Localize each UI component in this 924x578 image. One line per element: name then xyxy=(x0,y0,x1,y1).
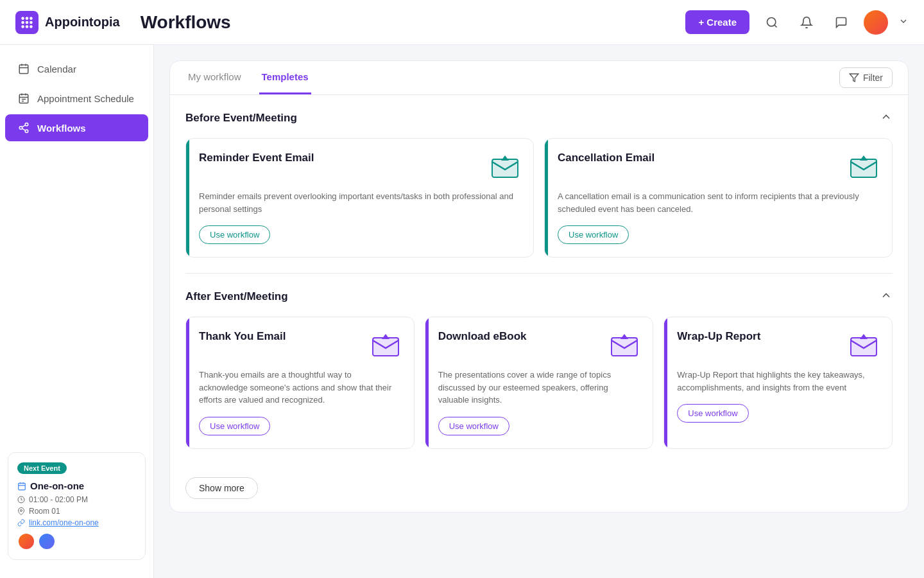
chevron-down-icon xyxy=(898,16,909,26)
next-event-title: One-on-one xyxy=(17,480,136,491)
sidebar-item-appointment-schedule[interactable]: Appointment Schedule xyxy=(5,85,148,112)
before-event-section: Before Event/Meeting Reminder Event Emai… xyxy=(170,95,908,273)
workflows-icon xyxy=(18,122,30,134)
after-event-cards: Thank You Email Thank-you emails are a t… xyxy=(185,317,893,449)
svg-rect-26 xyxy=(19,483,26,490)
card-header: Cancellation Email xyxy=(558,152,879,182)
notifications-button[interactable] xyxy=(794,10,819,35)
tab-my-workflow[interactable]: My workflow xyxy=(185,61,244,94)
email-icon xyxy=(609,330,640,361)
calendar-icon xyxy=(18,63,30,74)
svg-point-7 xyxy=(26,25,29,28)
wrap-up-report-card: Wrap-Up Report Wrap-Up Report that highl… xyxy=(663,317,893,449)
logo-icon xyxy=(15,11,38,34)
search-button[interactable] xyxy=(760,10,784,35)
main-content: My workflow Templetes Filter Before Even… xyxy=(154,45,924,578)
appointment-icon xyxy=(18,92,30,104)
after-event-section: After Event/Meeting Thank You Email xyxy=(170,274,908,464)
attendee-avatar-2 xyxy=(38,532,56,550)
svg-marker-47 xyxy=(860,334,868,339)
next-event-badge: Next Event xyxy=(17,462,67,474)
cancellation-email-card: Cancellation Email A cancellation email … xyxy=(544,138,893,258)
sidebar: Calendar Appointment Schedule Workflows … xyxy=(0,45,154,578)
svg-marker-32 xyxy=(850,74,858,82)
chat-icon xyxy=(835,16,848,29)
location-icon xyxy=(17,507,25,515)
card-description: Thank-you emails are a thoughtful way to… xyxy=(199,369,401,407)
calendar-dot-icon xyxy=(17,482,26,491)
card-header: Thank You Email xyxy=(199,330,401,361)
email-icon xyxy=(370,330,401,361)
tab-templates[interactable]: Templetes xyxy=(259,61,311,94)
svg-point-0 xyxy=(21,17,24,20)
before-event-cards: Reminder Event Email Reminder emails pre… xyxy=(185,138,893,258)
svg-point-6 xyxy=(21,25,24,28)
show-more-button[interactable]: Show more xyxy=(185,477,258,499)
bell-icon xyxy=(800,16,813,29)
card-title: Cancellation Email xyxy=(558,152,654,164)
card-description: Wrap-Up Report that highlights the key t… xyxy=(677,369,879,394)
before-event-collapse-button[interactable] xyxy=(880,110,893,125)
chevron-up-icon xyxy=(880,289,893,302)
use-workflow-button[interactable]: Use workflow xyxy=(438,417,509,435)
card-title: Reminder Event Email xyxy=(199,152,314,164)
card-description: A cancellation email is a communication … xyxy=(558,190,879,215)
use-workflow-button[interactable]: Use workflow xyxy=(199,225,270,244)
card-header: Wrap-Up Report xyxy=(677,330,879,361)
after-event-collapse-button[interactable] xyxy=(880,289,893,304)
avatar[interactable] xyxy=(864,10,888,35)
card-header: Download eBook xyxy=(438,330,640,361)
sidebar-item-calendar[interactable]: Calendar xyxy=(5,55,148,82)
use-workflow-button[interactable]: Use workflow xyxy=(199,417,270,435)
svg-point-1 xyxy=(26,17,29,20)
svg-point-31 xyxy=(21,510,22,512)
svg-point-4 xyxy=(26,21,29,24)
svg-marker-41 xyxy=(382,334,389,339)
sidebar-item-label: Workflows xyxy=(37,123,86,134)
before-event-title: Before Event/Meeting xyxy=(185,112,297,125)
sidebar-item-workflows[interactable]: Workflows xyxy=(5,114,148,141)
svg-marker-38 xyxy=(860,155,868,161)
logo: Appointopia xyxy=(15,11,120,34)
user-menu-button[interactable] xyxy=(898,16,909,28)
svg-point-5 xyxy=(30,21,33,24)
before-event-header: Before Event/Meeting xyxy=(185,110,893,125)
svg-rect-33 xyxy=(492,159,518,177)
filter-icon xyxy=(849,73,859,83)
svg-point-8 xyxy=(30,25,33,28)
link-icon xyxy=(17,519,25,527)
svg-marker-35 xyxy=(501,155,509,161)
reminder-email-card: Reminder Event Email Reminder emails pre… xyxy=(185,138,534,258)
email-icon xyxy=(848,152,879,182)
svg-point-21 xyxy=(25,123,28,127)
svg-line-25 xyxy=(22,125,25,127)
use-workflow-button[interactable]: Use workflow xyxy=(558,225,629,244)
card-header: Reminder Event Email xyxy=(199,152,520,182)
filter-button[interactable]: Filter xyxy=(839,67,893,88)
svg-rect-36 xyxy=(851,159,877,177)
header: Appointopia Workflows + Create xyxy=(0,0,924,45)
event-link[interactable]: link.com/one-on-one xyxy=(17,518,136,527)
content-card: My workflow Templetes Filter Before Even… xyxy=(169,60,909,512)
svg-rect-42 xyxy=(612,338,637,356)
after-event-title: After Event/Meeting xyxy=(185,290,288,303)
attendee-avatar-1 xyxy=(17,532,35,550)
event-room: Room 01 xyxy=(17,507,136,516)
event-time: 01:00 - 02:00 PM xyxy=(17,495,136,504)
svg-point-2 xyxy=(30,17,33,20)
svg-point-9 xyxy=(767,17,776,26)
messages-button[interactable] xyxy=(829,10,853,35)
next-event-card: Next Event One-on-one 01:00 - 02:00 PM R… xyxy=(8,452,146,560)
download-ebook-card: Download eBook The presentations cover a… xyxy=(425,317,654,449)
svg-point-22 xyxy=(19,127,22,130)
create-button[interactable]: + Create xyxy=(685,10,749,34)
svg-rect-11 xyxy=(19,65,28,74)
sidebar-item-label: Appointment Schedule xyxy=(37,93,134,104)
card-title: Download eBook xyxy=(438,330,527,343)
header-actions: + Create xyxy=(685,10,909,35)
clock-icon xyxy=(17,496,25,504)
svg-rect-39 xyxy=(373,338,398,356)
use-workflow-button[interactable]: Use workflow xyxy=(677,404,748,423)
logo-text: Appointopia xyxy=(45,15,120,30)
event-avatars xyxy=(17,532,136,550)
